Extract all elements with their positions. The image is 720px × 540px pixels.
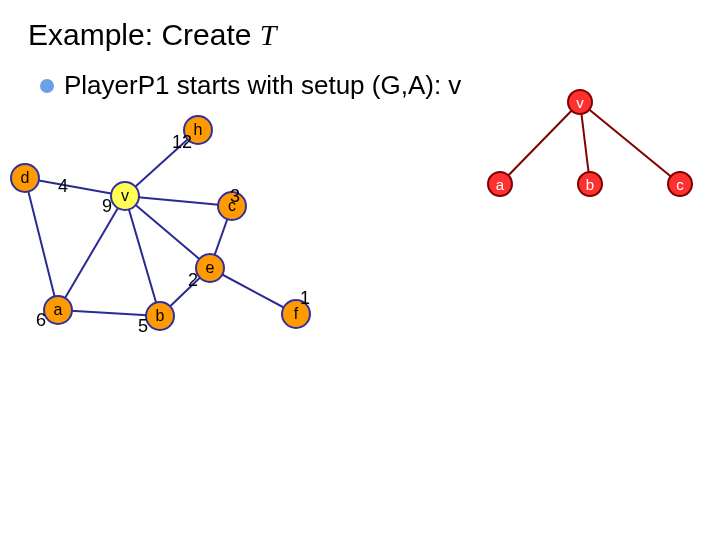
tree-node-a: a — [487, 171, 513, 197]
tree-node-b: b — [577, 171, 603, 197]
tree-node-v-label: v — [576, 94, 584, 111]
tree-node-c: c — [667, 171, 693, 197]
svg-line-11 — [500, 102, 580, 184]
tree-node-b-label: b — [586, 176, 594, 193]
tree-node-a-label: a — [496, 176, 504, 193]
tree-node-v: v — [567, 89, 593, 115]
tree-node-c-label: c — [676, 176, 684, 193]
tree-T-edges — [0, 0, 720, 540]
